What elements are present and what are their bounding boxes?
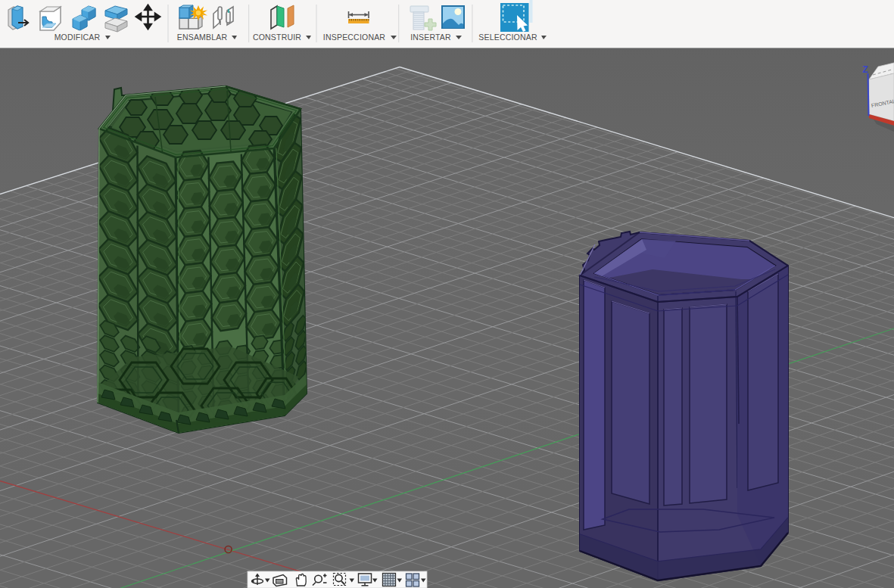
svg-text:INSPECCIONAR: INSPECCIONAR	[323, 33, 386, 42]
svg-text:SELECCIONAR: SELECCIONAR	[478, 33, 537, 42]
svg-text:INSERTAR: INSERTAR	[410, 33, 451, 42]
svg-text:Z: Z	[863, 64, 868, 75]
svg-text:MODIFICAR: MODIFICAR	[55, 33, 101, 42]
svg-text:CONSTRUIR: CONSTRUIR	[253, 33, 301, 42]
svg-text:ENSAMBLAR: ENSAMBLAR	[177, 33, 228, 42]
